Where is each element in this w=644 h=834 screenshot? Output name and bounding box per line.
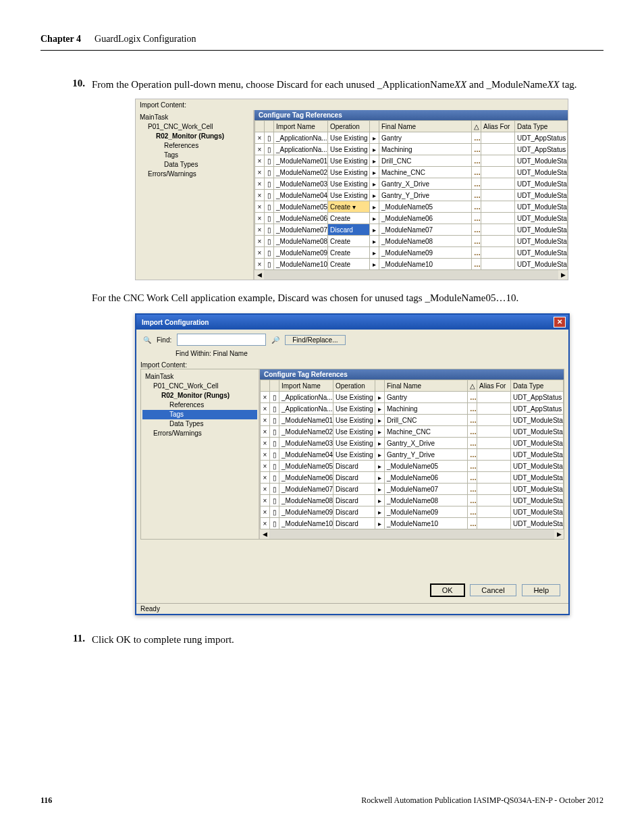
table-row[interactable]: ×▯_ModuleName10Discard▸_ModuleName10…UDT… — [261, 518, 564, 529]
table-row[interactable]: ×▯_ModuleName03Use Existing▸Gantry_X_Dri… — [255, 178, 568, 190]
cell-operation[interactable]: Use Existing — [328, 144, 370, 155]
cell-import[interactable]: _ApplicationNa... — [274, 144, 328, 155]
browse-icon[interactable]: … — [472, 201, 481, 213]
cell-operation[interactable]: Create ▾ — [328, 201, 370, 213]
find-input[interactable] — [177, 334, 266, 346]
cell-final[interactable]: Gantry_X_Drive — [379, 178, 472, 190]
table-row[interactable]: ×▯_ModuleName01Use Existing▸Drill_CNC…UD… — [261, 415, 564, 426]
tree-r02[interactable]: R02_Monitor (Rungs) — [137, 132, 252, 141]
cell-final[interactable]: Gantry_Y_Drive — [379, 190, 472, 201]
table-row[interactable]: ×▯_ModuleName07Discard▸_ModuleName07…UDT… — [261, 484, 564, 495]
browse-icon[interactable]: … — [472, 213, 481, 224]
table-row[interactable]: ×▯_ModuleName01Use Existing▸Drill_CNC…UD… — [255, 155, 568, 167]
binoculars-icon[interactable]: 🔍 — [143, 336, 151, 344]
cell-final[interactable]: _ModuleName09 — [385, 506, 468, 518]
tree2-references[interactable]: References — [142, 400, 257, 410]
col-alias[interactable]: Alias For — [481, 121, 515, 132]
table-row[interactable]: ×▯_ModuleName06Discard▸_ModuleName06…UDT… — [261, 472, 564, 484]
table-row[interactable]: ×▯_ModuleName05Discard▸_ModuleName05…UDT… — [261, 461, 564, 472]
tree2-errors[interactable]: Errors/Warnings — [142, 429, 257, 438]
cell-import[interactable]: _ModuleName06 — [279, 472, 333, 484]
cell-operation[interactable]: Use Existing — [333, 415, 375, 426]
cell-final[interactable]: Gantry — [385, 392, 468, 403]
cell-import[interactable]: _ModuleName02 — [279, 426, 333, 438]
cell-final[interactable]: _ModuleName08 — [385, 495, 468, 506]
cancel-button[interactable]: Cancel — [470, 584, 516, 596]
cell-final[interactable]: Gantry_X_Drive — [385, 438, 468, 449]
cell-import[interactable]: _ModuleName10 — [274, 259, 328, 270]
cell-final[interactable]: _ModuleName05 — [385, 461, 468, 472]
browse-icon[interactable]: … — [468, 472, 477, 484]
browse-icon[interactable]: … — [472, 167, 481, 178]
cell-final[interactable]: _ModuleName10 — [385, 518, 468, 529]
cell-operation[interactable]: Use Existing — [328, 167, 370, 178]
col2-datatype[interactable]: Data Type — [511, 380, 564, 392]
cell-import[interactable]: _ModuleName03 — [279, 438, 333, 449]
ok-button[interactable]: OK — [431, 584, 464, 596]
browse-icon[interactable]: … — [468, 403, 477, 415]
cell-operation[interactable]: Use Existing — [333, 449, 375, 461]
cell-operation[interactable]: Create — [328, 247, 370, 259]
cell-import[interactable]: _ModuleName10 — [279, 518, 333, 529]
browse-icon[interactable]: … — [468, 438, 477, 449]
close-icon[interactable]: ✕ — [554, 317, 566, 328]
browse-icon[interactable]: … — [468, 506, 477, 518]
browse-icon[interactable]: … — [472, 178, 481, 190]
cell-import[interactable]: _ModuleName09 — [274, 247, 328, 259]
table-row[interactable]: ×▯_ModuleName09Create▸_ModuleName09…UDT_… — [255, 247, 568, 259]
table-row[interactable]: ×▯_ModuleName10Create▸_ModuleName10…UDT_… — [255, 259, 568, 270]
browse-icon[interactable]: … — [468, 484, 477, 495]
scroll-left-icon[interactable]: ◀ — [254, 270, 264, 280]
grid2-hscroll[interactable]: ◀ ▶ — [260, 529, 564, 539]
cell-final[interactable]: _ModuleName08 — [379, 236, 472, 247]
browse-icon[interactable]: … — [468, 426, 477, 438]
browse-icon[interactable]: … — [472, 155, 481, 167]
cell-final[interactable]: _ModuleName05 — [379, 201, 472, 213]
browse-icon[interactable]: … — [468, 461, 477, 472]
scroll-right-icon[interactable]: ▶ — [554, 529, 564, 539]
table-row[interactable]: ×▯_ModuleName04Use Existing▸Gantry_Y_Dri… — [255, 190, 568, 201]
browse-icon[interactable]: … — [468, 392, 477, 403]
cell-operation[interactable]: Use Existing — [328, 155, 370, 167]
table-row[interactable]: ×▯_ModuleName09Discard▸_ModuleName09…UDT… — [261, 506, 564, 518]
grid-hscroll[interactable]: ◀ ▶ — [254, 270, 568, 280]
cell-final[interactable]: Drill_CNC — [385, 415, 468, 426]
col2-alias[interactable]: Alias For — [477, 380, 511, 392]
cell-operation[interactable]: Use Existing — [333, 392, 375, 403]
cell-operation[interactable]: Discard — [333, 484, 375, 495]
cell-import[interactable]: _ModuleName01 — [279, 415, 333, 426]
tree2-datatypes[interactable]: Data Types — [142, 419, 257, 429]
cell-final[interactable]: Gantry_Y_Drive — [385, 449, 468, 461]
table-row[interactable]: ×▯_ModuleName08Discard▸_ModuleName08…UDT… — [261, 495, 564, 506]
browse-icon[interactable]: … — [472, 236, 481, 247]
cell-final[interactable]: _ModuleName07 — [379, 224, 472, 236]
cell-final[interactable]: _ModuleName06 — [379, 213, 472, 224]
cell-operation[interactable]: Discard — [333, 461, 375, 472]
cell-import[interactable]: _ModuleName08 — [274, 236, 328, 247]
cell-final[interactable]: _ModuleName07 — [385, 484, 468, 495]
tree2-tags[interactable]: Tags — [142, 410, 257, 419]
cell-operation[interactable]: Use Existing — [333, 438, 375, 449]
cell-final[interactable]: _ModuleName06 — [385, 472, 468, 484]
browse-icon[interactable]: … — [472, 247, 481, 259]
cell-final[interactable]: Drill_CNC — [379, 155, 472, 167]
table-row[interactable]: ×▯_ApplicationNa...Use Existing▸Gantry…U… — [261, 392, 564, 403]
col-final[interactable]: Final Name — [379, 121, 472, 132]
cell-operation[interactable]: Use Existing — [333, 403, 375, 415]
browse-icon[interactable]: … — [468, 518, 477, 529]
cell-final[interactable]: Gantry — [379, 132, 472, 144]
col2-operation[interactable]: Operation — [333, 380, 375, 392]
table-row[interactable]: ×▯_ModuleName05Create ▾▸_ModuleName05…UD… — [255, 201, 568, 213]
browse-icon[interactable]: … — [472, 144, 481, 155]
col-datatype[interactable]: Data Type — [515, 121, 568, 132]
col2-import[interactable]: Import Name — [279, 380, 333, 392]
cell-operation[interactable]: Discard — [333, 518, 375, 529]
find-next-icon[interactable]: 🔎 — [271, 336, 279, 344]
browse-icon[interactable]: … — [468, 495, 477, 506]
cell-operation[interactable]: Use Existing — [328, 190, 370, 201]
cell-operation[interactable]: Use Existing — [333, 426, 375, 438]
cell-import[interactable]: _ApplicationNa... — [274, 132, 328, 144]
cell-operation[interactable]: Create — [328, 213, 370, 224]
cell-import[interactable]: _ModuleName08 — [279, 495, 333, 506]
cell-final[interactable]: Machining — [379, 144, 472, 155]
